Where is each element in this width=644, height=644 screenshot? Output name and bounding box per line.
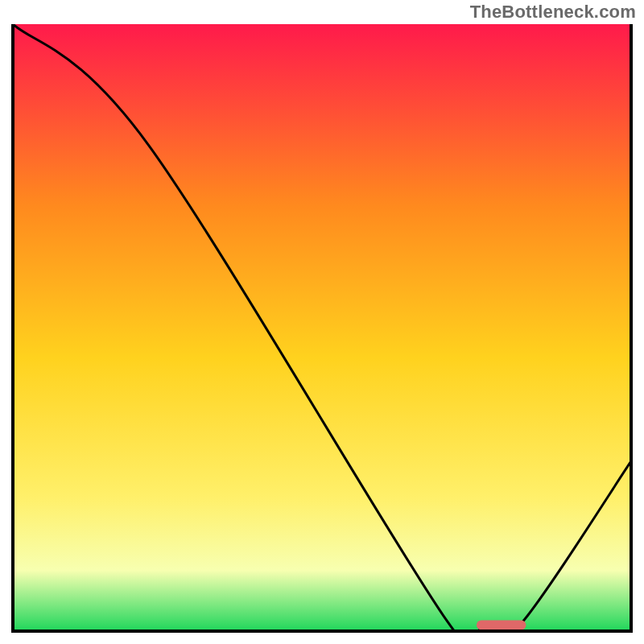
watermark-label: TheBottleneck.com (470, 2, 636, 23)
bottleneck-chart (0, 0, 644, 644)
chart-container: TheBottleneck.com (0, 0, 644, 644)
gradient-background (13, 24, 631, 631)
optimal-zone-marker (477, 620, 526, 630)
